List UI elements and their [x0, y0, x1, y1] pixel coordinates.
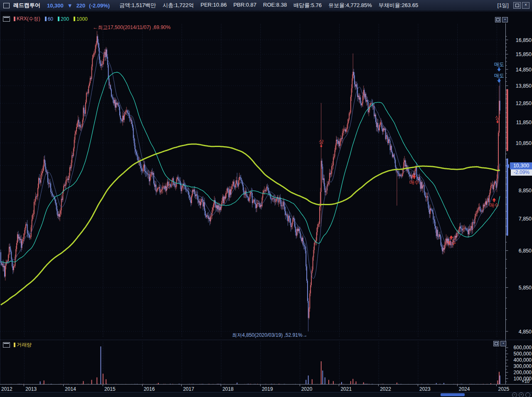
- year-label: 2019: [262, 386, 273, 392]
- panel-close-button[interactable]: ×: [502, 17, 508, 22]
- year-tick: [103, 385, 103, 386]
- legend-item-200[interactable]: 200: [58, 16, 69, 22]
- year-label: 2014: [65, 386, 76, 392]
- stock-price: 10,300: [47, 2, 64, 9]
- price-tick-label: 4,850: [519, 329, 532, 335]
- low-annotation: 최저4,850(2020/03/19) ,52.91%→: [232, 332, 307, 338]
- zoom-in-icon[interactable]: +: [519, 392, 524, 397]
- price-tick-label: 6,850: [519, 248, 532, 254]
- price-change-pct: (-2.09%): [89, 2, 110, 9]
- price-axis: 16,85015,85014,85013,85012,85011,85010,8…: [506, 23, 532, 340]
- current-price-pointer-icon: [506, 164, 509, 168]
- year-tick: [418, 385, 418, 386]
- candlestick-chart[interactable]: 매도매도상상매수매수매수←최고17,500(2014/11/07) ,69.90…: [0, 12, 532, 340]
- stat-item: 배당률:5.76: [293, 2, 322, 9]
- legend-label: 200: [61, 16, 69, 22]
- legend-item-60[interactable]: 60: [45, 16, 53, 22]
- buy-arrow-icon: [492, 198, 496, 202]
- scrollbar-thumb[interactable]: [441, 393, 465, 396]
- volume-multiplier: ×10: [522, 379, 530, 384]
- stat-item: 시총:1,722억: [163, 2, 194, 9]
- year-tick: [339, 385, 339, 386]
- legend-item-KRX(수정)[interactable]: KRX(수정): [14, 15, 40, 22]
- year-tick: [142, 385, 143, 386]
- price-tick-label: 15,850: [516, 51, 532, 57]
- ma-60-line: [1, 52, 500, 279]
- legend-swatch-icon: [58, 17, 59, 21]
- panel-close-button[interactable]: ×: [500, 341, 506, 346]
- axis-range-bar: [507, 159, 508, 236]
- volume-axis: 600,000500,000400,000300,000200,000100,0…: [506, 340, 532, 385]
- sell-marker-label: 매도: [494, 73, 504, 78]
- volume-swatch-icon: [14, 343, 15, 347]
- time-axis: 2012201320142015201620172018201920202021…: [0, 384, 532, 392]
- volume-bars: [0, 346, 500, 385]
- year-label: 2013: [25, 386, 37, 392]
- panel-restore-icon[interactable]: [3, 16, 10, 22]
- panel-restore-icon[interactable]: [3, 342, 10, 348]
- ma-200-line: [1, 72, 500, 263]
- down-arrow-icon: ▼: [67, 2, 73, 9]
- year-tick: [457, 385, 458, 386]
- price-tick-label: 10,850: [516, 140, 532, 146]
- volume-tick-label: 300,000: [514, 363, 532, 369]
- zoom-out-icon[interactable]: −: [512, 392, 517, 397]
- restore-window-button[interactable]: [513, 2, 521, 9]
- legend-item-1000[interactable]: 1000: [74, 16, 88, 22]
- legend-label: 60: [48, 16, 53, 22]
- legend-swatch-icon: [14, 17, 15, 21]
- year-label: 2017: [183, 386, 194, 392]
- price-tick-label: 14,850: [516, 67, 532, 73]
- stat-item: 부채비율:263.65: [379, 2, 418, 9]
- sell-arrow-icon: [497, 67, 501, 71]
- candlestick-layer: [0, 31, 500, 331]
- year-tick: [496, 385, 497, 386]
- year-label: 2015: [104, 386, 116, 392]
- year-tick: [221, 385, 221, 386]
- buy-marker-label: 매수: [489, 202, 499, 208]
- legend-label: KRX(수정): [17, 15, 40, 22]
- buy-marker-label: 매수: [446, 240, 456, 246]
- stat-item: 금액:1,517백만: [119, 2, 156, 9]
- limit-up-arrow-icon: [496, 120, 499, 123]
- volume-chart[interactable]: 600,000500,000400,000300,000200,000100,0…: [0, 340, 532, 385]
- year-tick: [24, 385, 24, 386]
- fundamental-stats: 금액:1,517백만시총:1,722억PER:10.86PBR:0.87ROE:…: [119, 2, 418, 9]
- current-price-badge: 10,300: [510, 162, 532, 169]
- year-tick: [63, 385, 64, 386]
- stat-item: PER:10.86: [201, 2, 227, 9]
- year-tick: [181, 385, 182, 386]
- zoom-reset-icon[interactable]: [525, 392, 530, 397]
- year-label: 2018: [222, 386, 234, 392]
- title-bar: 레드캡투어 10,300 ▼ 220 (-2.09%) 금액:1,517백만시총…: [0, 0, 532, 11]
- year-label: 2012: [1, 386, 12, 392]
- limit-up-marker-label: 상: [495, 115, 500, 120]
- year-tick: [300, 385, 300, 386]
- year-tick: [378, 385, 379, 386]
- legend-swatch-icon: [74, 17, 75, 21]
- buy-marker-label: 매수: [409, 179, 419, 185]
- price-tick-label: 12,850: [516, 100, 532, 106]
- grid-layer: [24, 342, 497, 385]
- stat-item: PBR:0.87: [233, 2, 256, 9]
- legend: KRX(수정)602001000: [14, 15, 88, 22]
- window-checkbox-icon[interactable]: [3, 3, 10, 8]
- trade-markers: 매도매도상상매수매수매수: [319, 61, 504, 245]
- price-chart-panel[interactable]: KRX(수정)602001000 × 매도매도상상매수매수매수←최고17,500…: [0, 11, 532, 340]
- close-window-button[interactable]: ×: [522, 2, 530, 9]
- year-label: 2023: [419, 386, 431, 392]
- axis-range-bar: [507, 89, 508, 151]
- year-label: 2020: [301, 386, 313, 392]
- panel-maximize-button[interactable]: [493, 341, 499, 346]
- year-label: 2024: [459, 386, 470, 392]
- limit-up-marker-label: 상: [319, 139, 324, 145]
- volume-panel[interactable]: 거래량 × 600,000500,000400,000300,000200,00…: [0, 340, 532, 384]
- limit-up-arrow-icon: [320, 145, 323, 147]
- sell-arrow-icon: [497, 78, 501, 83]
- year-label: 2021: [340, 386, 352, 392]
- panel-maximize-button[interactable]: [495, 17, 501, 22]
- stat-item: 유보율:4,772.85%: [328, 2, 372, 9]
- period-indicator[interactable]: [1일]: [498, 2, 509, 9]
- legend-swatch-icon: [45, 17, 47, 21]
- chart-scrollbar[interactable]: − +: [0, 392, 532, 397]
